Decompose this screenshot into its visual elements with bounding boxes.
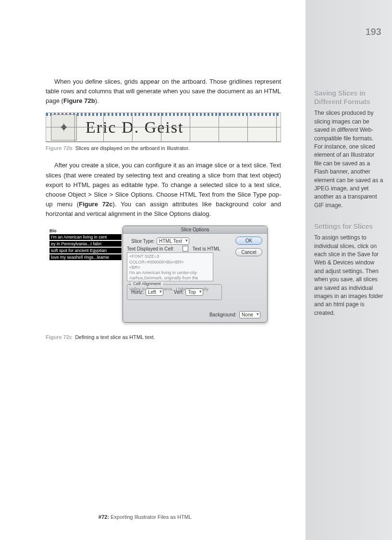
dialog-title: Slice Options bbox=[123, 226, 267, 234]
text-is-html-checkbox[interactable] bbox=[183, 246, 188, 251]
vert-label: Vert: bbox=[174, 289, 184, 295]
sidebar: 193 Saving Slices in Different Formats T… bbox=[306, 0, 392, 540]
ok-button[interactable]: OK bbox=[235, 237, 262, 245]
cancel-button[interactable]: Cancel bbox=[235, 248, 262, 256]
main-column: When you define slices, grids appear on … bbox=[46, 77, 281, 350]
sidebar-body-2: To assign settings to individual slices,… bbox=[314, 234, 383, 317]
bio-text-preview: Bio I'm an American living in cent ey in… bbox=[49, 228, 122, 260]
html-text-area[interactable]: <FONT SIZE=3 COLOR=#000000>Bio<BR> <BR> … bbox=[127, 252, 213, 281]
figure-72b: Eric D. Geist bbox=[46, 113, 281, 142]
figure-72b-caption: Figure 72b Slices are displayed on the a… bbox=[46, 145, 281, 151]
background-row: Background: None bbox=[209, 311, 260, 318]
horiz-select[interactable]: Left bbox=[146, 289, 163, 296]
paragraph-1: When you define slices, grids appear on … bbox=[46, 77, 281, 106]
cell-alignment-group: Cell Alignment Horiz: Left Vert: Top bbox=[127, 284, 222, 300]
cell-alignment-legend: Cell Alignment bbox=[131, 281, 163, 286]
sidebar-block-2: Settings for Slices To assign settings t… bbox=[314, 222, 383, 317]
sidebar-block-1: Saving Slices in Different Formats The s… bbox=[314, 89, 383, 210]
page-number: 193 bbox=[366, 26, 381, 38]
text-is-html-label: Text is HTML bbox=[192, 246, 220, 251]
background-select[interactable]: None bbox=[239, 311, 260, 318]
vert-select[interactable]: Top bbox=[185, 289, 203, 296]
figure-72c-caption: Figure 72c Defining a text slice as HTML… bbox=[46, 334, 281, 340]
sidebar-heading-2: Settings for Slices bbox=[314, 222, 383, 231]
slice-type-select[interactable]: HTML Text bbox=[157, 238, 189, 245]
page-footer: #72: Exporting Illustrator Files as HTML bbox=[0, 514, 290, 520]
sidebar-heading-1: Saving Slices in Different Formats bbox=[314, 89, 383, 106]
sidebar-body-1: The slices produced by slicing images ca… bbox=[314, 109, 383, 210]
slice-ticks bbox=[46, 113, 281, 116]
slice-type-label: Slice Type: bbox=[127, 239, 155, 244]
horiz-label: Horiz: bbox=[131, 289, 144, 295]
background-label: Background: bbox=[209, 312, 236, 317]
slice-options-dialog: Slice Options Slice Type: HTML Text Text… bbox=[122, 226, 268, 323]
figure-72b-name: Eric D. Geist bbox=[86, 118, 184, 137]
figure-72c: Bio I'm an American living in cent ey in… bbox=[46, 226, 281, 331]
crest-graphic bbox=[51, 114, 77, 140]
text-displayed-label: Text Displayed in Cell: bbox=[127, 246, 174, 251]
paragraph-2: After you create a slice, you can config… bbox=[46, 161, 281, 219]
